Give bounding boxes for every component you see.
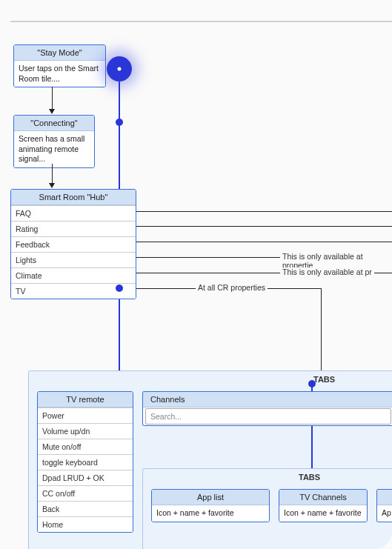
node-tv-remote[interactable]: TV remote Power Volume up/dn Mute on/off… [37, 391, 133, 533]
hub-item-rating[interactable]: Rating [11, 221, 136, 236]
tvr-keyboard[interactable]: toggle keyboard [38, 454, 133, 470]
node-title: Ap [377, 490, 392, 505]
node-body: Screen has a small animating remote sign… [14, 131, 94, 167]
node-title: TV Channels [279, 490, 367, 505]
node-title: App list [152, 490, 269, 505]
node-body: Ap [377, 505, 392, 522]
edge-label-tv: At all CR properties [196, 283, 268, 292]
node-body: User taps on the Smart Room tile.... [14, 61, 105, 87]
arrow-connecting-to-hub [52, 164, 53, 183]
hub-item-climate[interactable]: Climate [11, 267, 136, 283]
arrowhead-1 [49, 109, 55, 114]
arrowhead-2 [49, 183, 55, 188]
hub-item-lights[interactable]: Lights [11, 252, 136, 267]
edge-rating [136, 226, 392, 227]
node-app-list[interactable]: App list Icon + name + favorite [151, 489, 270, 522]
channels-search-input[interactable]: Search... [145, 408, 391, 425]
tvr-back[interactable]: Back [38, 501, 133, 516]
tvr-home[interactable]: Home [38, 516, 133, 532]
blue-waypoint-2 [116, 285, 123, 292]
tvr-cc[interactable]: CC on/off [38, 485, 133, 501]
edge-tv-v [321, 288, 322, 374]
edge-label-climate: This is only available at pr [280, 267, 374, 276]
hub-item-feedback[interactable]: Feedback [11, 236, 136, 252]
edge-feedback [136, 242, 392, 242]
node-body: Icon + name + favorite [279, 505, 367, 522]
tvr-dpad[interactable]: Dpad LRUD + OK [38, 470, 133, 485]
start-marker[interactable] [107, 56, 132, 81]
tvr-volume[interactable]: Volume up/dn [38, 423, 133, 439]
hub-item-faq[interactable]: FAQ [11, 205, 136, 221]
node-stay-mode[interactable]: "Stay Mode" User taps on the Smart Room … [13, 44, 106, 87]
tvr-mute[interactable]: Mute on/off [38, 439, 133, 454]
node-title: "Connecting" [14, 116, 94, 131]
node-hub[interactable]: Smart Room "Hub" FAQ Rating Feedback Lig… [10, 189, 136, 299]
arrow-stay-to-connecting [52, 87, 53, 109]
node-tv-channels[interactable]: TV Channels Icon + name + favorite [279, 489, 368, 522]
blue-waypoint-1 [116, 119, 123, 126]
edge-faq [136, 211, 392, 212]
node-body: Icon + name + favorite [152, 505, 269, 522]
node-title: TV remote [38, 392, 133, 407]
tabs-label-lower: TABS [296, 473, 322, 482]
node-title: Channels [143, 392, 392, 407]
node-third-partial[interactable]: Ap Ap [376, 489, 392, 522]
node-title: "Stay Mode" [14, 45, 105, 61]
node-connecting[interactable]: "Connecting" Screen has a small animatin… [13, 115, 95, 168]
top-divider [10, 21, 392, 22]
tvr-power[interactable]: Power [38, 407, 133, 423]
node-title: Smart Room "Hub" [11, 190, 136, 205]
